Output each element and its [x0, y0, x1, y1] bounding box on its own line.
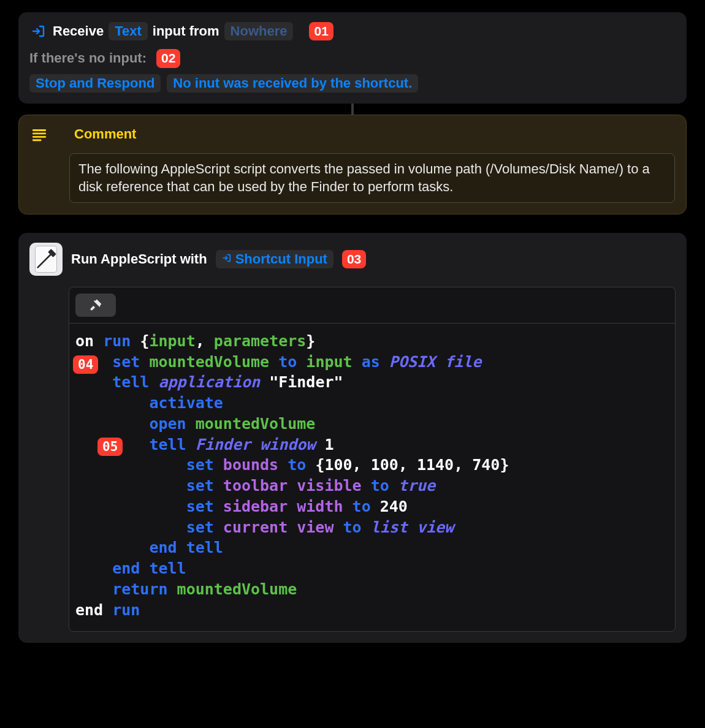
- applescript-action-card: Run AppleScript with Shortcut Input 03 0…: [18, 233, 687, 643]
- comment-icon: [30, 125, 48, 143]
- applescript-code-frame: 0405on run {input, parameters} set mount…: [69, 287, 676, 632]
- applescript-icon: [29, 243, 63, 276]
- applescript-input-label: Shortcut Input: [235, 251, 327, 267]
- compile-button[interactable]: [75, 294, 116, 317]
- input-type-token[interactable]: Text: [109, 22, 148, 40]
- connector-line: [18, 104, 687, 115]
- comment-title: Comment: [74, 126, 136, 142]
- receive-label: Receive: [53, 23, 104, 39]
- annotation-05: 05: [97, 438, 123, 456]
- receive-middle: input from: [153, 23, 219, 39]
- applescript-input-token[interactable]: Shortcut Input: [216, 250, 333, 268]
- comment-action-card: Comment The following AppleScript script…: [18, 115, 687, 214]
- annotation-01: 01: [309, 22, 333, 40]
- applescript-toolbar: [69, 287, 675, 324]
- applescript-code-editor[interactable]: 0405on run {input, parameters} set mount…: [69, 324, 675, 632]
- receive-action-card: Receive Text input from Nowhere 01 If th…: [18, 12, 687, 104]
- no-input-action-token[interactable]: Stop and Respond: [29, 74, 161, 93]
- comment-header-row: Comment: [30, 125, 675, 143]
- receive-header-row: Receive Text input from Nowhere 01: [29, 22, 676, 40]
- no-input-message-token[interactable]: No inut was received by the shortcut.: [167, 74, 418, 93]
- applescript-header-row: Run AppleScript with Shortcut Input 03: [29, 243, 676, 276]
- input-source-token[interactable]: Nowhere: [224, 22, 294, 40]
- annotation-02: 02: [156, 49, 180, 67]
- no-input-label: If there's no input:: [29, 50, 147, 66]
- applescript-title: Run AppleScript with: [71, 251, 207, 267]
- comment-text-field[interactable]: The following AppleScript script convert…: [69, 153, 675, 203]
- annotation-04: 04: [73, 355, 98, 374]
- no-input-section: If there's no input: 02 Stop and Respond…: [29, 49, 676, 92]
- input-variable-icon: [222, 253, 232, 265]
- annotation-03: 03: [342, 250, 366, 268]
- input-icon: [29, 22, 48, 40]
